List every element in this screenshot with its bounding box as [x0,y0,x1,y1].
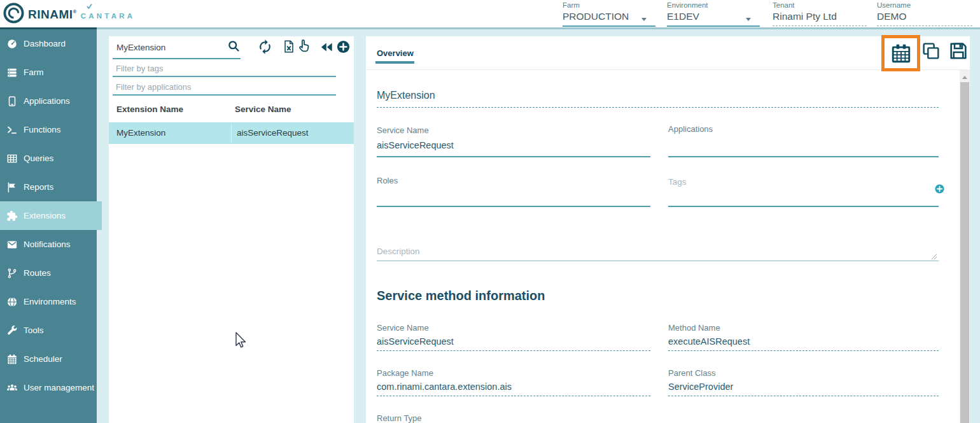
table-row[interactable]: MyExtension aisServiceRequest [109,122,354,144]
logo-text: RINAMI® CANTARA [28,6,135,21]
copy-icon[interactable] [921,41,941,61]
field-underline [563,25,655,27]
sidebar-item-user-management[interactable]: User management [0,373,97,402]
farm-icon [6,67,18,78]
vertical-scrollbar[interactable] [960,70,970,423]
filter-underline [113,76,336,77]
active-tab-indicator [375,61,414,64]
chevron-down-icon[interactable] [746,18,751,21]
filter-underline [113,94,336,96]
app-logo: RINAMI® CANTARA [3,2,135,24]
parent-class-value[interactable]: ServiceProvider [668,382,939,392]
search-underline [113,58,241,59]
chevron-down-icon[interactable] [641,18,647,21]
top-header-bar: RINAMI® CANTARA Farm PRODUCTION Environm… [0,0,980,27]
username-field[interactable]: Username DEMO [877,1,972,27]
environment-select[interactable]: Environment E1DEV [667,1,760,27]
section-heading: Service method information [377,289,545,303]
header-divider-light [97,27,980,29]
filter-tags-input[interactable] [115,63,333,74]
field-underline [377,396,650,396]
extensions-icon [6,210,18,222]
scheduler-icon [6,354,18,365]
method-service-name-value[interactable]: aisServiceRequest [377,336,650,347]
field-underline [877,25,972,26]
column-header-service-name: Service Name [235,104,291,114]
method-name-value[interactable]: executeAISRequest [668,336,939,347]
sidebar-item-applications[interactable]: Applications [0,87,97,115]
sidebar-item-queries[interactable]: Queries [0,144,97,173]
sidebar-item-extensions[interactable]: Extensions [0,201,102,230]
routes-icon [6,268,18,279]
sidebar-item-label: Tools [24,326,44,335]
sidebar-item-label: Notifications [24,240,71,249]
farm-select[interactable]: Farm PRODUCTION [563,1,655,27]
logo-line1: RINAMI [28,8,73,21]
scroll-up-arrow[interactable] [962,76,967,79]
extension-name-field[interactable]: MyExtension [377,90,435,101]
highlight-box [881,35,920,71]
export-excel-icon[interactable] [282,39,296,54]
method-name-label: Method Name [668,323,939,333]
rewind-icon[interactable] [319,40,333,54]
sidebar-item-routes[interactable]: Routes [0,259,97,287]
roles-label: Roles [377,176,650,185]
calendar-icon[interactable] [890,43,912,64]
tenant-field[interactable]: Tenant Rinami Pty Ltd [773,1,867,27]
sidebar-item-tools[interactable]: Tools [0,316,97,345]
field-underline [667,25,760,27]
tenant-value: Rinami Pty Ltd [773,11,867,22]
applications-label: Applications [668,124,939,134]
column-header-extension-name: Extension Name [116,104,183,114]
sidebar-item-notifications[interactable]: Notifications [0,230,97,259]
sidebar-item-label: Scheduler [24,354,62,364]
filter-applications-input[interactable] [115,82,333,92]
extension-detail-panel: Overview MyExtension Service Name aisSer… [366,36,970,423]
package-name-label: Package Name [377,368,650,378]
search-icon[interactable] [227,39,241,53]
resize-handle-icon[interactable] [931,254,937,260]
tab-overview[interactable]: Overview [377,48,414,58]
queries-icon [6,153,18,164]
sidebar-nav: Dashboard Farm Applications Functions Qu… [0,29,97,423]
dashboard-icon [6,38,18,50]
field-underline [668,350,939,351]
applications-icon [6,96,18,107]
mouse-cursor [233,331,247,352]
search-input[interactable] [115,42,225,53]
notifications-icon [6,239,18,250]
hand-pointer-icon[interactable] [296,38,312,54]
sidebar-item-scheduler[interactable]: Scheduler [0,345,97,373]
username-label: Username [877,1,972,9]
add-tag-icon[interactable] [934,183,945,194]
sidebar-item-functions[interactable]: Functions [0,115,97,144]
sidebar-item-farm[interactable]: Farm [0,58,97,87]
extension-list-panel: Extension Name Service Name MyExtension … [109,36,354,423]
functions-icon [6,124,18,136]
sidebar-item-label: Extensions [24,211,66,220]
service-name-value[interactable]: aisServiceRequest [377,140,650,150]
sidebar-item-label: Functions [24,125,61,134]
return-type-label: Return Type [377,413,650,423]
method-service-name-label: Service Name [377,323,650,333]
tags-placeholder[interactable]: Tags [668,177,939,187]
parent-class-label: Parent Class [668,368,939,378]
tenant-label: Tenant [773,1,867,9]
refresh-icon[interactable] [257,39,273,55]
logo-check-icon [87,4,92,9]
sidebar-item-label: Reports [24,182,53,192]
field-underline [668,156,939,157]
sidebar-item-environments[interactable]: Environments [0,287,97,316]
service-name-label: Service Name [377,125,650,135]
row-service-name: aisServiceRequest [237,128,309,138]
sidebar-item-label: Routes [24,268,51,278]
logo-mark-icon [3,2,25,24]
save-icon[interactable] [948,41,969,61]
package-name-value[interactable]: com.rinami.cantara.extension.ais [377,382,650,392]
sidebar-item-reports[interactable]: Reports [0,173,97,201]
sidebar-item-label: Applications [24,96,70,106]
add-icon[interactable] [336,39,351,54]
description-placeholder[interactable]: Description [377,247,420,256]
scrollbar-thumb[interactable] [960,82,969,423]
sidebar-item-dashboard[interactable]: Dashboard [0,29,97,58]
